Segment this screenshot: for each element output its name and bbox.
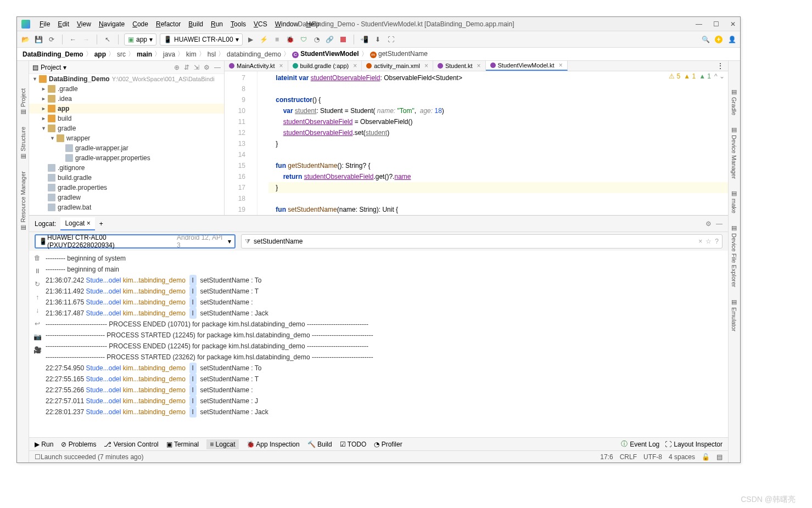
code-line[interactable]: [268, 83, 728, 94]
breadcrumb-item[interactable]: main: [137, 50, 152, 58]
menu-build[interactable]: Build: [186, 19, 206, 29]
resource-icon[interactable]: ⛶: [386, 35, 396, 44]
menu-run[interactable]: Run: [208, 19, 226, 29]
code-line[interactable]: studentObservableField.set(student): [268, 127, 728, 138]
coverage-icon[interactable]: 🛡: [299, 35, 309, 44]
code-line[interactable]: return studentObservableField.get()?.nam…: [268, 171, 728, 182]
code-line[interactable]: var student: Student = Student( name: "T…: [268, 105, 728, 116]
locate-icon[interactable]: ⊕: [174, 64, 180, 71]
code-line[interactable]: [268, 149, 728, 160]
tool-tab-device-file-explorer[interactable]: ▤ Device File Explorer: [731, 219, 738, 292]
code-line[interactable]: }: [268, 182, 728, 193]
screenshot-icon[interactable]: 📷: [33, 333, 42, 341]
tree-item[interactable]: .gitignore: [29, 163, 224, 173]
close-tab-icon[interactable]: ×: [279, 62, 283, 70]
tool-tab-project[interactable]: ▤ Project: [19, 83, 26, 121]
readonly-icon[interactable]: 🔓: [702, 453, 710, 461]
clear-filter-icon[interactable]: ×: [698, 238, 702, 245]
tool-tab-device-manager[interactable]: ▤ Device Manager: [731, 121, 738, 184]
inspection-summary[interactable]: ⚠ 5 ▲ 1 ▲ 1 ^ ⌄: [669, 72, 725, 80]
profile-icon[interactable]: ◔: [312, 35, 322, 44]
breadcrumb-item[interactable]: java: [163, 50, 175, 58]
pause-icon[interactable]: ⏸: [34, 267, 41, 275]
bottom-tab-event-log[interactable]: ⓘ Event Log: [621, 439, 659, 449]
editor-tab[interactable]: MainActivity.kt×: [225, 61, 288, 71]
code-line[interactable]: fun setStudentName(name: String): Unit {: [268, 204, 728, 215]
close-tab-icon[interactable]: ×: [353, 62, 357, 70]
tool-tab-make[interactable]: ▤ make: [731, 184, 738, 219]
debug-icon[interactable]: 🐞: [285, 35, 295, 44]
minimize-icon[interactable]: —: [696, 20, 702, 28]
logcat-device-combo[interactable]: 📱 HUAWEI CTR-AL00 (PXUYD22628020934) And…: [35, 234, 236, 249]
editor-tab[interactable]: Student.kt×: [433, 61, 486, 71]
menu-file[interactable]: File: [37, 19, 53, 29]
apply-code-icon[interactable]: ≡: [272, 35, 282, 44]
code-line[interactable]: fun getStudentName(): String? {: [268, 160, 728, 171]
sync-icon[interactable]: ⟳: [47, 35, 57, 44]
project-view-selector[interactable]: ▤ Project ▾: [32, 64, 66, 71]
caret-position[interactable]: 17:6: [600, 453, 613, 461]
device-combo[interactable]: 📱 HUAWEI CTR-AL00 ▾: [160, 33, 243, 46]
logcat-output[interactable]: --------- beginning of system--------- b…: [46, 251, 728, 437]
save-icon[interactable]: 💾: [33, 35, 43, 44]
help-icon[interactable]: ?: [715, 238, 719, 245]
tool-tab-resource-manager[interactable]: ▤ Resource Manager: [19, 166, 26, 237]
nav-up-icon[interactable]: ↖: [103, 35, 113, 44]
breadcrumb-item[interactable]: kim: [186, 50, 197, 58]
menu-tools[interactable]: Tools: [228, 19, 249, 29]
back-icon[interactable]: ←: [68, 35, 78, 44]
tree-item[interactable]: gradle-wrapper.properties: [29, 153, 224, 163]
tool-tab-emulator[interactable]: ▤ Emulator: [731, 293, 738, 337]
menu-navigate[interactable]: Navigate: [96, 19, 127, 29]
collapse-icon[interactable]: ⇲: [194, 64, 199, 71]
gear-icon[interactable]: ⚙: [705, 220, 712, 228]
close-tab-icon[interactable]: ×: [424, 62, 428, 70]
apply-changes-icon[interactable]: ⚡: [259, 35, 269, 44]
gear-icon[interactable]: ⚙: [204, 64, 210, 71]
tree-root[interactable]: ▼DataBinding_DemoY:\002_WorkSpace\001_AS…: [29, 74, 224, 84]
avd-icon[interactable]: 📲: [360, 35, 369, 44]
tool-tab-gradle[interactable]: ▤ Gradle: [731, 83, 738, 121]
restart-icon[interactable]: ↻: [35, 280, 40, 288]
run-icon[interactable]: ▶: [246, 35, 256, 44]
menu-window[interactable]: Window: [272, 19, 301, 29]
tree-item[interactable]: gradle-wrapper.jar: [29, 143, 224, 153]
scroll-up-icon[interactable]: ↑: [36, 293, 39, 301]
hide-icon[interactable]: —: [214, 64, 221, 71]
breadcrumb-item[interactable]: m getStudentName: [370, 50, 428, 58]
menu-edit[interactable]: Edit: [55, 19, 72, 29]
editor-tab[interactable]: activity_main.xml×: [362, 61, 433, 71]
bottom-tab-run[interactable]: ▶ Run: [35, 441, 53, 448]
open-icon[interactable]: 📂: [20, 35, 30, 44]
breadcrumb-item[interactable]: DataBinding_Demo: [23, 50, 83, 58]
tree-item[interactable]: gradle.properties: [29, 183, 224, 193]
code-line[interactable]: lateinit var studentObservableField: Obs…: [268, 72, 728, 83]
close-tab-icon[interactable]: ×: [477, 62, 481, 70]
bottom-tab-profiler[interactable]: ◔ Profiler: [374, 441, 402, 448]
logcat-add-tab[interactable]: +: [99, 220, 103, 228]
bottom-tab-terminal[interactable]: ▣ Terminal: [166, 441, 199, 448]
attach-icon[interactable]: 🔗: [325, 35, 335, 44]
run-config-combo[interactable]: ▣ app ▾: [124, 33, 156, 46]
bottom-tab-logcat[interactable]: ≡ Logcat: [206, 439, 238, 449]
bottom-tab-build[interactable]: 🔨 Build: [307, 441, 332, 448]
bottom-tab-app-inspection[interactable]: 🐞 App Inspection: [247, 441, 300, 448]
bottom-tab-todo[interactable]: ☑ TODO: [340, 441, 367, 448]
search-icon[interactable]: 🔍: [701, 35, 710, 44]
logcat-filter-input[interactable]: ⧩ setStudentName × ☆ ?: [241, 234, 723, 249]
account-icon[interactable]: 👤: [727, 35, 737, 44]
breadcrumb-item[interactable]: app: [94, 50, 106, 58]
menu-vcs[interactable]: VCS: [251, 19, 270, 29]
soft-wrap-icon[interactable]: ↩: [35, 320, 40, 328]
code-line[interactable]: }: [268, 138, 728, 149]
maximize-icon[interactable]: ☐: [713, 20, 719, 28]
editor-tab[interactable]: StudentViewModel.kt×: [486, 61, 568, 71]
breadcrumb-item[interactable]: src: [117, 50, 126, 58]
editor-tab[interactable]: build.gradle (:app)×: [288, 61, 362, 71]
breadcrumb-item[interactable]: C StudentViewModel: [292, 50, 359, 58]
tree-item[interactable]: ►app: [29, 104, 224, 114]
tree-item[interactable]: ►build: [29, 114, 224, 123]
code-line[interactable]: [268, 193, 728, 204]
bottom-tab-layout-inspector[interactable]: ⛶ Layout Inspector: [665, 439, 723, 449]
menu-code[interactable]: Code: [130, 19, 151, 29]
